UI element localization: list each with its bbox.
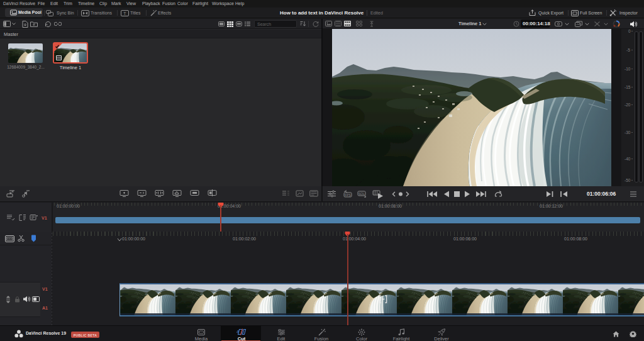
svg-text:SOL: SOL [358, 192, 365, 196]
svg-text:FPS: FPS [345, 193, 351, 197]
svg-text:T: T [123, 11, 126, 16]
